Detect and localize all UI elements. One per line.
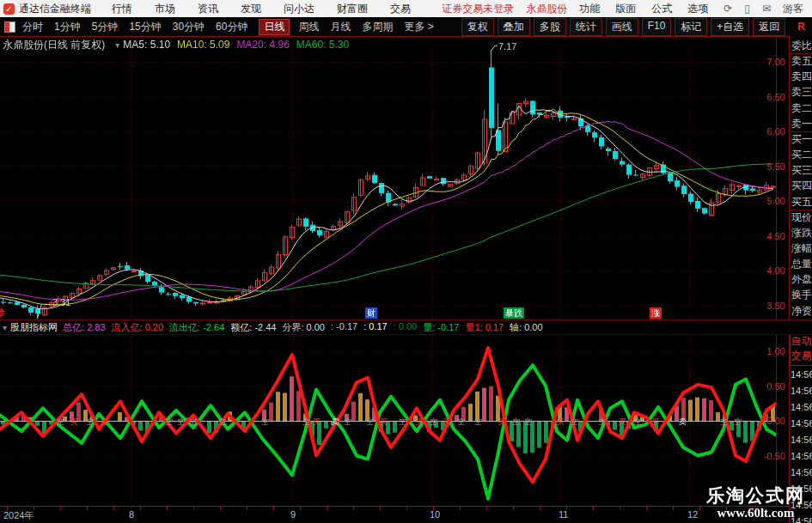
sidebar-row-12: 涨跌 — [790, 225, 812, 240]
osc-tick-3: -0.50 — [737, 451, 785, 461]
tick-time-1: 14:56 — [791, 386, 812, 396]
chevron-down-icon[interactable]: ▾ — [3, 323, 7, 332]
menu-item-1[interactable]: 市场 — [155, 2, 175, 16]
candlestick-canvas[interactable] — [0, 36, 776, 319]
axis-tick — [540, 507, 540, 510]
symbol-title[interactable]: 永鼎股份(日线 前复权) — [3, 39, 105, 51]
indicator-value-4: 分界: 0.00 — [282, 321, 325, 334]
tool-button-1[interactable]: 叠加 — [498, 18, 530, 36]
ma-value-0: MA5: 5.10 — [123, 39, 170, 51]
event-badge-0: 财 — [365, 307, 377, 319]
menu-item-4[interactable]: 问小达 — [284, 2, 314, 16]
menu-item-6[interactable]: 交易 — [390, 2, 411, 16]
app-title: 通达信金融终端 — [19, 2, 91, 16]
tool-button-6[interactable]: 标记 — [675, 18, 707, 36]
osc-tick-0: 1.00 — [737, 346, 785, 356]
period-toolbar: 分时1分钟5分钟15分钟30分钟60分钟日线周线月线多周期更多 > 复权叠加多股… — [0, 17, 812, 37]
period-tab-2[interactable]: 5分钟 — [92, 20, 119, 34]
indicator-name[interactable]: 股朋指标网 — [10, 321, 58, 334]
price-tick-3: 5.50 — [737, 161, 785, 172]
tool-button-5[interactable]: F10 — [642, 18, 672, 36]
ma-value-2: MA20: 4.96 — [236, 39, 289, 51]
sidebar-separator — [790, 131, 812, 132]
period-tab-1[interactable]: 1分钟 — [54, 20, 81, 34]
chevron-down-icon[interactable]: ▾ — [115, 40, 119, 50]
r-badge[interactable]: R — [797, 21, 805, 33]
axis-tick — [699, 507, 700, 510]
right-menu-item-1[interactable]: 版面 — [615, 2, 636, 16]
sidebar-row-17: 净资 — [790, 303, 812, 319]
period-tab-8[interactable]: 月线 — [330, 20, 351, 34]
sidebar-row-5: 卖一 — [790, 116, 812, 131]
indicator-value-6: : 0.17 — [363, 321, 388, 334]
period-tab-10[interactable]: 更多 > — [404, 20, 433, 34]
month-label-4: 12 — [687, 509, 698, 520]
axis-tick — [380, 507, 381, 510]
sidebar-row-6: 买一 — [790, 131, 812, 147]
indicator-values: 总亿: 2.83流入亿: 0.20流出亿: -2.64额亿: -2.44分界: … — [63, 321, 549, 334]
right-menu-item-2[interactable]: 公式 — [651, 2, 672, 16]
axis-tick — [566, 507, 567, 510]
period-tab-0[interactable]: 分时 — [22, 20, 43, 34]
user-guest-label[interactable]: 游客 — [783, 2, 803, 16]
signal-char-14: 买 — [380, 417, 388, 428]
signal-char-23: 空 — [524, 417, 532, 428]
menu-item-3[interactable]: 发现 — [241, 2, 261, 16]
right-menu-item-0[interactable]: 功能 — [579, 2, 600, 16]
quote-sidebar: 委比卖五卖四卖三卖二卖一买一买二买三买四买五现价涨跌涨幅总量外盘换手净资收益自动… — [789, 36, 812, 523]
axis-tick — [486, 507, 487, 510]
oscillator-canvas[interactable] — [0, 333, 776, 506]
month-label-1: 9 — [290, 509, 296, 520]
signal-char-4: 空 — [165, 417, 173, 428]
axis-tick — [620, 507, 620, 510]
login-status[interactable]: 证券交易未登录 — [442, 2, 514, 16]
axis-tick — [460, 507, 461, 510]
signal-char-16: 买 — [416, 417, 424, 428]
price-axis: 7.006.506.005.505.004.504.003.50 — [737, 36, 787, 319]
period-tab-6[interactable]: 日线 — [259, 19, 290, 35]
signal-char-25: 空 — [571, 417, 578, 428]
period-tab-9[interactable]: 多周期 — [362, 20, 393, 34]
tool-button-8[interactable]: 返回 — [753, 18, 785, 36]
sidebar-separator — [790, 53, 812, 54]
menu-item-2[interactable]: 资讯 — [198, 2, 218, 16]
signal-char-3: 买 — [100, 417, 107, 428]
high-price-label: 7.17 — [498, 41, 516, 52]
refresh-icon[interactable]: ⟳ — [723, 3, 732, 15]
date-axis[interactable]: 2024年 89101112 — [0, 506, 812, 523]
right-menu-item-3[interactable]: 选项 — [687, 2, 708, 16]
period-tab-3[interactable]: 15分钟 — [129, 20, 161, 34]
menu-item-0[interactable]: 行情 — [112, 2, 132, 16]
tool-buttons: 复权叠加多股统计画线F10标记+自选返回 — [461, 18, 790, 36]
indicator-value-9: 量1: 0.17 — [465, 321, 504, 334]
menu-item-5[interactable]: 财富圈 — [337, 2, 368, 16]
phone-icon[interactable]: ▯ — [744, 3, 750, 15]
axis-tick — [140, 507, 141, 510]
main-menus: 行情市场资讯发现问小达财富圈交易 — [112, 2, 433, 16]
symbol-quick-link[interactable]: 永鼎股份 — [526, 2, 567, 16]
period-tab-4[interactable]: 30分钟 — [173, 20, 205, 34]
period-tab-5[interactable]: 60分钟 — [216, 20, 247, 34]
tdx-terminal-window: ✓ 通达信金融终端 行情市场资讯发现问小达财富圈交易 证券交易未登录 永鼎股份 … — [0, 0, 812, 523]
sidebar-row-8: 买三 — [790, 162, 812, 178]
axis-tick — [60, 507, 61, 510]
period-tab-7[interactable]: 周线 — [298, 20, 319, 34]
tool-button-2[interactable]: 多股 — [534, 18, 566, 36]
signal-char-17: 空 — [430, 417, 437, 428]
axis-tick — [167, 507, 168, 510]
year-label: 2024年 — [3, 509, 34, 522]
tool-button-4[interactable]: 画线 — [606, 18, 638, 36]
tool-button-7[interactable]: +自选 — [711, 18, 749, 36]
auto-trade-button[interactable]: 自动交易 — [790, 333, 812, 366]
tool-button-0[interactable]: 复权 — [461, 18, 494, 36]
mail-icon[interactable]: ✉ — [762, 3, 771, 15]
tool-button-3[interactable]: 统计 — [570, 18, 602, 36]
tick-time-4: 14:56 — [791, 435, 812, 445]
layout-split-icon[interactable] — [4, 21, 15, 33]
signal-char-30: 卖 — [679, 417, 687, 428]
signal-char-20: 空 — [474, 417, 482, 428]
price-tick-6: 4.00 — [737, 265, 785, 276]
signal-char-22: 空 — [512, 417, 520, 428]
auto-trade-label: 自动 — [791, 334, 812, 349]
tick-time-0: 14:56 — [791, 369, 812, 380]
